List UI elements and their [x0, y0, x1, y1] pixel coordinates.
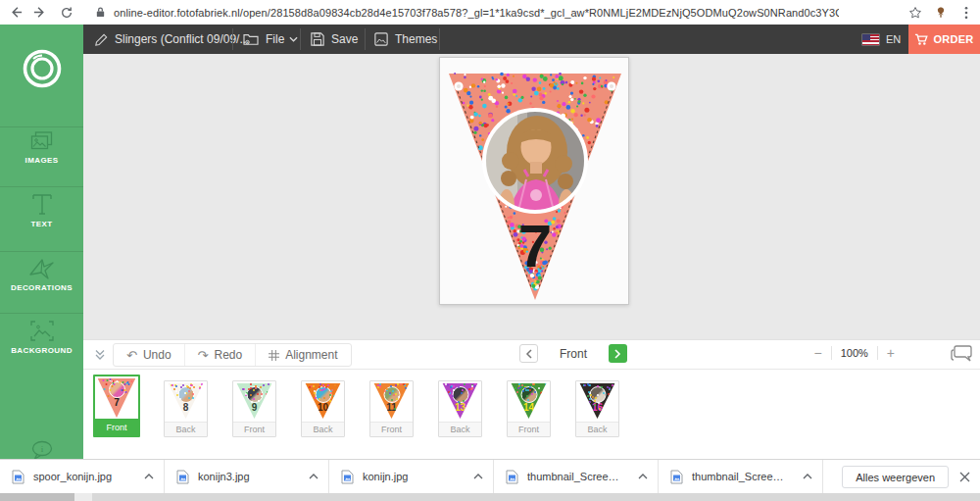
thumbnail-back-10[interactable]: 10Back — [301, 380, 345, 437]
images-icon — [28, 130, 55, 153]
save-icon — [311, 32, 324, 46]
svg-text:i: i — [40, 444, 43, 454]
sidebar-divider — [0, 126, 83, 127]
language-label: EN — [886, 33, 901, 45]
sidebar-label-decorations: DECORATIONS — [0, 283, 83, 292]
download-menu-caret[interactable] — [473, 474, 483, 479]
thumbnail-back-16[interactable]: 16Back — [575, 380, 619, 437]
toolbar-separator — [365, 28, 366, 50]
download-item[interactable]: thumbnail_Screens....jpg — [659, 460, 823, 493]
design-canvas: 7 — [83, 54, 980, 339]
themes-button[interactable]: Themes — [374, 25, 437, 54]
url-bar[interactable]: online-editor.fotofabriek.nl/open/28158d… — [114, 7, 839, 19]
browser-menu-icon[interactable] — [956, 3, 976, 23]
downloads-bar: spoor_konijn.jpg konijn3.jpg konijn.jpg … — [0, 459, 980, 493]
order-button[interactable]: ORDER — [908, 25, 980, 54]
pennant-design[interactable]: 7 — [440, 58, 630, 306]
save-label: Save — [331, 32, 358, 46]
themes-label: Themes — [395, 32, 437, 46]
previous-page-button[interactable] — [519, 344, 538, 363]
photo-frame[interactable] — [482, 108, 590, 221]
download-filename: konijn.jpg — [363, 471, 457, 482]
alignment-label: Alignment — [285, 348, 337, 362]
scrollbar-gap — [74, 493, 92, 501]
thumbnail-back-8[interactable]: 8Back — [164, 380, 208, 437]
redo-button[interactable]: ↷ Redo — [185, 344, 257, 366]
show-all-downloads-button[interactable]: Alles weergeven — [842, 466, 949, 488]
download-menu-caret[interactable] — [144, 474, 154, 479]
forward-icon[interactable] — [29, 3, 49, 23]
thumb-label: Front — [508, 422, 550, 436]
thumb-label: Back — [439, 422, 481, 436]
folder-icon — [243, 32, 259, 46]
download-menu-caret[interactable] — [803, 474, 812, 479]
chat-bubbles-icon — [951, 343, 974, 365]
sidebar-divider — [0, 251, 83, 252]
close-downloads-icon[interactable] — [956, 469, 972, 484]
pennant-number[interactable]: 7 — [518, 212, 552, 279]
thumb-label: Front — [95, 419, 138, 435]
file-menu-button[interactable]: File — [243, 25, 298, 54]
download-item[interactable]: spoor_konijn.jpg — [0, 460, 165, 493]
thumbnail-front-9[interactable]: 9Front — [232, 380, 276, 437]
undo-button[interactable]: ↶ Undo — [114, 344, 185, 366]
download-menu-caret[interactable] — [638, 474, 648, 479]
sidebar-item-background[interactable]: BACKGROUND — [0, 319, 83, 355]
sidebar-item-decorations[interactable]: DECORATIONS — [0, 257, 83, 292]
file-label: File — [266, 32, 284, 46]
download-item[interactable]: konijn3.jpg — [165, 460, 329, 493]
sidebar-divider — [0, 313, 83, 314]
scrollbar-thumb[interactable] — [0, 493, 74, 501]
download-filename: konijn3.jpg — [198, 471, 292, 482]
horizontal-scrollbar[interactable] — [0, 493, 980, 501]
back-icon[interactable] — [6, 3, 25, 23]
sidebar-label-background: BACKGROUND — [0, 346, 83, 355]
pennant-page[interactable]: 7 — [439, 57, 629, 305]
lock-icon[interactable] — [90, 3, 110, 23]
language-selector[interactable]: EN — [862, 25, 901, 54]
zoom-in-button[interactable]: + — [878, 345, 904, 361]
alignment-button[interactable]: Alignment — [256, 344, 350, 366]
project-title: Slingers (Conflict 09/09/... — [115, 32, 249, 46]
browser-bar: online-editor.fotofabriek.nl/open/28158d… — [0, 0, 980, 25]
zoom-out-button[interactable]: − — [805, 345, 830, 361]
cart-icon — [914, 33, 928, 46]
history-button-group: ↶ Undo ↷ Redo Alignment — [113, 343, 352, 367]
page-navigation: Front — [519, 344, 627, 363]
next-page-button[interactable] — [609, 344, 627, 363]
file-icon — [670, 470, 683, 484]
sidebar-item-text[interactable]: TEXT — [0, 192, 83, 228]
reload-icon[interactable] — [57, 3, 76, 23]
toolbar-separator — [232, 28, 233, 50]
thumb-number: 16 — [579, 403, 616, 413]
redo-icon: ↷ — [198, 349, 209, 362]
feedback-chat-button[interactable] — [951, 343, 974, 365]
download-item[interactable]: thumbnail_Screens....jpg — [494, 460, 659, 493]
undo-label: Undo — [143, 348, 172, 362]
sidebar-item-images[interactable]: IMAGES — [0, 130, 83, 165]
download-menu-caret[interactable] — [309, 474, 318, 479]
grommet-right — [607, 81, 615, 90]
thumb-number: 10 — [305, 403, 342, 413]
thumbnail-front-7[interactable]: 7Front — [93, 375, 140, 437]
collapse-toolbar-button[interactable] — [91, 347, 109, 363]
thumb-number: 14 — [511, 403, 548, 413]
save-button[interactable]: Save — [311, 25, 358, 54]
sidebar-label-text: TEXT — [0, 220, 83, 228]
project-title-button[interactable]: Slingers (Conflict 09/09/... — [95, 25, 249, 54]
alignment-grid-icon — [269, 350, 279, 361]
toolbar-separator — [300, 28, 301, 50]
thumbnail-back-13[interactable]: 13Back — [438, 380, 482, 437]
thumb-number: 11 — [373, 403, 411, 413]
download-filename: thumbnail_Screens....jpg — [692, 471, 786, 482]
canvas-toolbar: ↶ Undo ↷ Redo Alignment Front − 1 — [83, 339, 980, 370]
thumbnail-front-11[interactable]: 11Front — [369, 380, 414, 437]
editor-toolbar: Slingers (Conflict 09/09/... File Save T… — [83, 25, 980, 54]
extension-icon[interactable] — [931, 3, 951, 23]
thumbnail-front-14[interactable]: 14Front — [507, 380, 551, 437]
thumb-label: Back — [165, 422, 207, 436]
bookmark-star-icon[interactable] — [906, 3, 925, 23]
thumb-number: 13 — [442, 403, 479, 413]
redo-label: Redo — [215, 348, 243, 362]
download-item[interactable]: konijn.jpg — [329, 460, 494, 493]
